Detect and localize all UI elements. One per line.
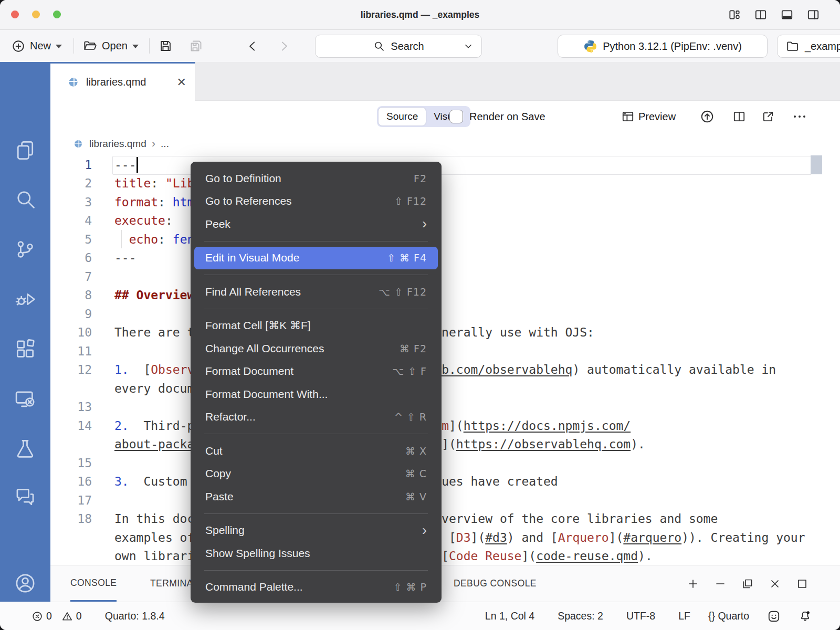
source-control-icon[interactable] [14,238,37,261]
code-line[interactable]: 9 [50,304,840,323]
explorer-icon[interactable] [14,139,37,162]
close-panel-icon[interactable] [769,578,781,590]
menu-item-format-document[interactable]: Format Document⌥ ⇧ F [191,360,442,383]
warnings-icon[interactable] [61,611,73,622]
warnings-count[interactable]: 0 [76,610,82,622]
menu-item-paste[interactable]: Paste⌘ V [191,485,442,508]
tab-libraries-qmd[interactable]: libraries.qmd ✕ [50,62,195,101]
code-line[interactable]: 5 echo: fenced [50,230,840,249]
menu-item-find-all-references[interactable]: Find All References⌥ ⇧ F12 [191,280,442,303]
line-number: 13 [50,400,92,414]
comments-icon[interactable] [14,485,37,508]
split-editor-icon[interactable] [732,110,746,123]
code-line[interactable]: 18In this document we'll provide a high-… [50,510,840,529]
code-line[interactable]: 6--- [50,249,840,268]
back-button[interactable] [246,30,259,62]
search-icon[interactable] [14,188,37,211]
code-line[interactable]: 1--- [50,155,840,174]
eol-sequence[interactable]: LF [678,610,690,622]
scrollbar-thumb[interactable] [811,155,822,174]
new-button[interactable]: New [12,30,62,62]
secondary-sidebar-icon[interactable] [806,8,820,22]
panel-layout-icon[interactable] [780,8,794,22]
menu-item-change-all-occurrences[interactable]: Change All Occurrences⌘ F2 [191,337,442,360]
menu-item-shortcut: ⌥ ⇧ F [392,365,427,377]
code-line[interactable]: 163. Custom libraries that you or your c… [50,472,840,491]
code-line[interactable]: 10There are three types of libraries you… [50,323,840,342]
custom-layout-icon[interactable] [728,8,741,22]
code-line[interactable]: 3format: html [50,193,840,212]
code-line[interactable]: own libraries and sharing them is covere… [50,547,840,566]
menu-item-copy[interactable]: Copy⌘ C [191,463,442,486]
python-logo-icon [583,39,597,54]
quarto-version[interactable]: Quarto: 1.8.4 [105,610,165,622]
menu-item-show-spelling-issues[interactable]: Show Spelling Issues [191,542,442,565]
menu-item-format-document-with[interactable]: Format Document With... [191,383,442,406]
forward-button[interactable] [277,30,291,62]
code-editor[interactable]: 1---2title: "Libraries"3format: html4exe… [50,155,840,565]
code-text: --- [92,158,136,172]
feedback-smiley-icon[interactable] [767,610,781,623]
menu-item-edit-in-visual-mode[interactable]: Edit in Visual Mode⇧ ⌘ F4 [194,247,438,270]
menu-item-refactor[interactable]: Refactor...^ ⇧ R [191,406,442,429]
code-line[interactable]: 2title: "Libraries" [50,174,840,193]
menu-item-go-to-definition[interactable]: Go to DefinitionF2 [191,167,442,190]
editor-tab-bar: libraries.qmd ✕ [50,62,840,101]
panel-tab-debug-console[interactable]: DEBUG CONSOLE [454,565,537,602]
code-line[interactable]: 121. [Observable core libraries](https:/… [50,361,840,380]
new-console-plus-icon[interactable] [687,578,699,590]
maximize-panel-icon[interactable] [796,578,808,590]
menu-item-peek[interactable]: Peek› [191,213,442,236]
code-line[interactable]: 142. Third-party JavaScript libraries fr… [50,416,840,435]
source-mode-button[interactable]: Source [379,108,426,125]
restore-panel-icon[interactable] [741,578,754,590]
account-icon[interactable] [14,572,37,595]
panel-tab-console[interactable]: CONSOLE [70,565,117,602]
more-actions-icon[interactable] [791,110,808,123]
remote-sessions-icon[interactable] [14,387,37,411]
code-line[interactable]: every document. [50,379,840,398]
menu-item-command-palette[interactable]: Command Palette...⇧ ⌘ P [191,576,442,599]
render-on-save-checkbox[interactable] [449,110,463,123]
save-all-button[interactable] [189,30,203,62]
testing-icon[interactable] [14,437,37,460]
notifications-bell-icon[interactable] [799,610,812,623]
code-line[interactable]: 8## Overview [50,286,840,305]
run-debug-icon[interactable] [14,288,37,311]
preview-button[interactable]: Preview [638,101,676,132]
menu-item-label: Change All Occurrences [205,342,400,355]
code-line[interactable]: 15 [50,454,840,472]
render-on-save-label: Render on Save [469,101,545,132]
extensions-icon[interactable] [14,338,37,361]
close-icon[interactable]: ✕ [177,76,186,89]
indentation[interactable]: Spaces: 2 [558,610,603,622]
render-icon[interactable] [700,109,715,124]
open-in-new-window-icon[interactable] [761,110,775,123]
menu-item-cut[interactable]: Cut⌘ X [191,439,442,463]
workspace-selector[interactable]: _examples [777,35,840,58]
minimize-panel-icon[interactable] [714,578,727,590]
menu-item-spelling[interactable]: Spelling› [191,519,442,542]
code-line[interactable]: 17 [50,491,840,510]
line-number: 5 [50,233,92,246]
code-line[interactable]: 7 [50,267,840,286]
open-button[interactable]: Open [83,30,139,62]
menu-item-go-to-references[interactable]: Go to References⇧ F12 [191,190,442,213]
code-line[interactable]: about-packages-and-modules) and [Observa… [50,435,840,454]
line-number: 3 [50,195,92,209]
cursor-position[interactable]: Ln 1, Col 4 [485,610,534,622]
errors-count[interactable]: 0 [46,610,52,622]
interpreter-selector[interactable]: Python 3.12.1 (PipEnv: .venv) [558,35,768,58]
code-line[interactable]: 4execute: [50,212,840,230]
encoding[interactable]: UTF-8 [626,610,655,622]
split-editor-layout-icon[interactable] [754,8,768,22]
breadcrumb[interactable]: libraries.qmd › ... [50,132,840,155]
search-box[interactable]: Search [315,35,482,58]
errors-icon[interactable] [32,611,43,622]
code-line[interactable]: 11 [50,342,840,361]
language-mode[interactable]: {} Quarto [708,610,749,622]
menu-item-format-cell-k-f[interactable]: Format Cell [⌘K ⌘F] [191,314,442,338]
save-button[interactable] [159,30,173,62]
code-line[interactable]: 13 [50,398,840,417]
code-line[interactable]: examples of using third-party libraries … [50,528,840,547]
